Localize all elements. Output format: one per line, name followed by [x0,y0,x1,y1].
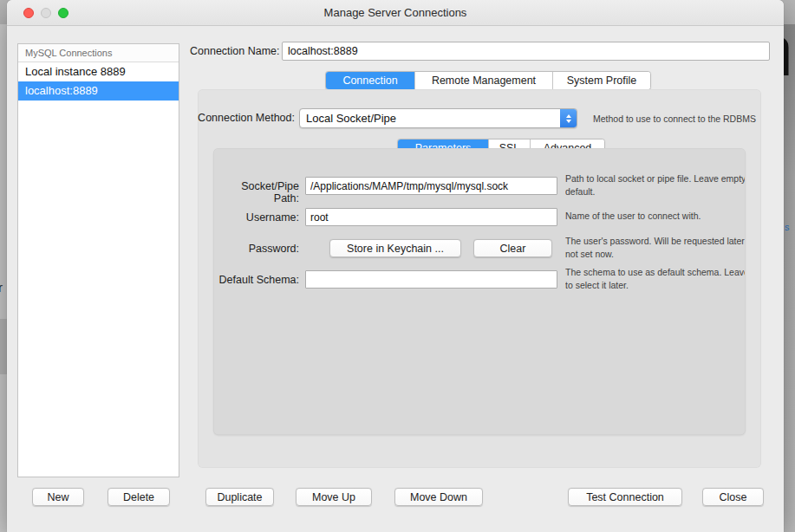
background-window-right-sliver [784,24,795,532]
username-hint: Name of the user to connect with. [565,210,745,223]
socket-pipe-path-label: Socket/Pipe Path: [213,180,299,204]
background-window-right-text-fragment: s [785,222,790,232]
default-schema-hint: The schema to use as default schema. Lea… [565,266,745,291]
socket-pipe-path-input[interactable] [305,177,557,195]
connections-list: MySQL Connections Local instance 8889 lo… [17,43,179,477]
store-in-keychain-button[interactable]: Store in Keychain ... [329,239,461,257]
manage-server-connections-dialog: Manage Server Connections MySQL Connecti… [7,0,784,532]
connection-list-item-local-instance[interactable]: Local instance 8889 [18,62,179,81]
move-down-button[interactable]: Move Down [394,488,483,506]
connection-method-label: Connection Method: [198,112,295,124]
connection-list-item-localhost[interactable]: localhost:8889 [18,81,179,101]
test-connection-button[interactable]: Test Connection [568,488,682,506]
default-schema-input[interactable] [305,270,557,289]
chevron-down-icon [566,120,571,123]
duplicate-button[interactable]: Duplicate [205,488,274,506]
clear-password-button[interactable]: Clear [473,239,552,257]
tab-connection[interactable]: Connection [326,72,415,89]
default-schema-label: Default Schema: [213,274,299,286]
chevron-up-icon [566,114,571,118]
connection-name-label: Connection Name: [190,45,280,57]
username-label: Username: [213,211,299,224]
password-label: Password: [213,243,299,255]
connection-method-dropdown[interactable]: Local Socket/Pipe [299,108,577,128]
close-button[interactable]: Close [702,488,764,506]
main-tabs: Connection Remote Management System Prof… [325,71,651,90]
new-button[interactable]: New [32,488,84,506]
background-window-left-text-fragment: r [0,280,3,295]
password-hint: The user's password. Will be requested l… [565,235,745,260]
username-input[interactable] [305,208,557,226]
titlebar[interactable]: Manage Server Connections [7,0,784,26]
connections-list-header: MySQL Connections [18,44,179,62]
tab-system-profile[interactable]: System Profile [553,72,650,89]
move-up-button[interactable]: Move Up [296,488,372,506]
socket-pipe-path-hint: Path to local socket or pipe file. Leave… [565,172,745,198]
connection-method-value: Local Socket/Pipe [300,112,560,125]
dropdown-stepper-icon[interactable] [560,109,577,127]
connection-method-hint: Method to use to connect to the RDBMS [593,114,785,124]
delete-button[interactable]: Delete [108,488,170,506]
tab-remote-management[interactable]: Remote Management [415,72,553,89]
connection-name-input[interactable] [282,42,770,61]
window-title: Manage Server Connections [7,6,784,19]
